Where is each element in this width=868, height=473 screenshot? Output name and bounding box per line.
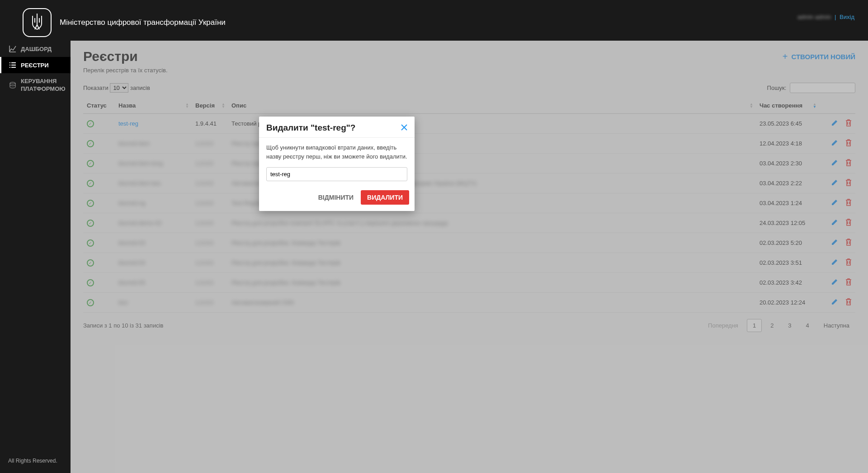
logo	[23, 8, 52, 37]
header-title: Міністерство цифрової трансформації Укра…	[60, 18, 226, 27]
main-header: Міністерство цифрової трансформації Укра…	[0, 5, 868, 41]
sidebar-item-platform[interactable]: КЕРУВАННЯ ПЛАТФОРМОЮ	[0, 73, 71, 98]
sidebar-item-registries[interactable]: РЕЄСТРИ	[0, 57, 71, 73]
svg-point-0	[10, 82, 15, 84]
sidebar: ДАШБОРД РЕЄСТРИ КЕРУВАННЯ ПЛАТФОРМОЮ	[0, 41, 71, 473]
content: Реєстри + СТВОРИТИ НОВИЙ Перелік реєстрі…	[71, 41, 868, 473]
modal-body-text: Щоб уникнути випадкової втрати даних, вв…	[266, 143, 407, 161]
list-icon	[9, 61, 16, 69]
sidebar-item-label: КЕРУВАННЯ ПЛАТФОРМОЮ	[21, 78, 66, 93]
delete-confirm-modal: Видалити "test-reg"? Щоб уникнути випадк…	[259, 117, 415, 211]
modal-cancel-button[interactable]: ВІДМІНИТИ	[316, 190, 356, 205]
sidebar-item-label: ДАШБОРД	[21, 46, 52, 52]
close-icon	[401, 124, 407, 131]
logout-link[interactable]: Вихід	[840, 14, 854, 20]
sidebar-item-dashboard[interactable]: ДАШБОРД	[0, 41, 71, 57]
sidebar-item-label: РЕЄСТРИ	[21, 62, 49, 69]
modal-close-button[interactable]	[401, 123, 407, 133]
modal-title: Видалити "test-reg"?	[266, 123, 355, 133]
chart-icon	[9, 45, 16, 52]
footer-text: All Rights Reserved.	[8, 458, 57, 464]
confirm-name-input[interactable]	[266, 167, 407, 181]
separator: |	[835, 14, 836, 20]
tryzub-icon	[30, 14, 44, 32]
database-icon	[9, 82, 16, 89]
username-label: admin admin	[797, 14, 831, 20]
modal-confirm-button[interactable]: ВИДАЛИТИ	[361, 190, 409, 205]
